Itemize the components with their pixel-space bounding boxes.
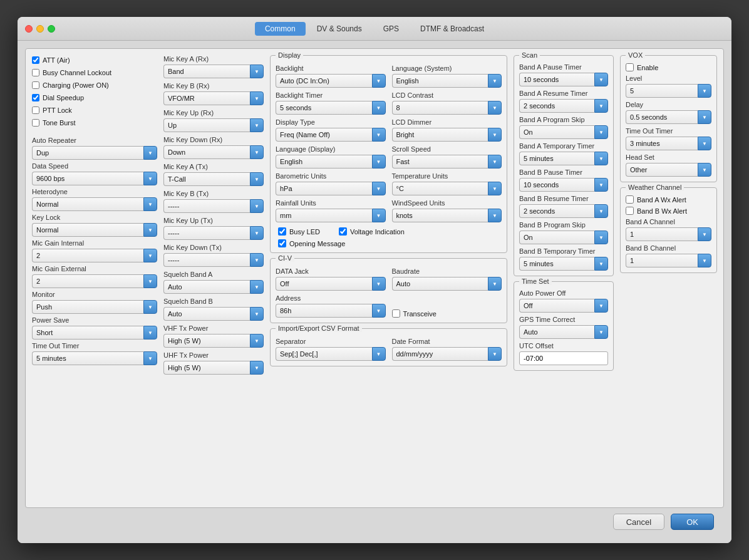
lcd-dimmer-arrow[interactable]	[488, 128, 502, 142]
band-a-channel-value: 1	[626, 227, 698, 241]
lcd-contrast-arrow[interactable]	[488, 101, 502, 115]
mic-key-up-rx-arrow[interactable]	[250, 118, 264, 132]
vox-time-out-arrow[interactable]	[698, 137, 711, 150]
display-type-arrow[interactable]	[372, 128, 386, 142]
att-air-checkbox[interactable]	[32, 56, 39, 64]
band-b-program-skip-arrow[interactable]	[594, 231, 608, 244]
tab-gps[interactable]: GPS	[373, 22, 409, 36]
band-a-resume-timer-arrow[interactable]	[594, 99, 608, 113]
mic-key-a-tx-value: T-Call	[163, 172, 250, 186]
monitor-arrow[interactable]	[143, 300, 157, 314]
squelch-band-a-label: Squelch Band A	[163, 271, 264, 278]
backlight-arrow[interactable]	[372, 74, 386, 88]
mic-key-a-rx-arrow[interactable]	[250, 65, 264, 78]
busy-channel-checkbox[interactable]	[32, 69, 39, 76]
ptt-lock-checkbox[interactable]	[32, 106, 39, 114]
ok-button[interactable]: OK	[671, 514, 714, 530]
tab-common[interactable]: Common	[255, 22, 306, 36]
band-b-channel-arrow[interactable]	[698, 254, 711, 267]
band-a-channel-arrow[interactable]	[698, 227, 711, 241]
opening-message-label: Opening Message	[289, 240, 345, 247]
mic-gain-internal-arrow[interactable]	[143, 249, 157, 262]
close-button[interactable]	[25, 25, 33, 33]
vox-delay-arrow[interactable]	[698, 110, 711, 124]
busy-led-checkbox[interactable]	[278, 227, 286, 236]
band-a-program-skip-arrow[interactable]	[594, 125, 608, 139]
opening-message-checkbox[interactable]	[278, 239, 286, 247]
dial-speedup-checkbox[interactable]	[32, 94, 39, 101]
head-set-arrow[interactable]	[698, 163, 711, 177]
band-b-resume-timer-arrow[interactable]	[594, 204, 608, 218]
utc-offset-input[interactable]	[519, 351, 608, 365]
monitor-group: Monitor Push	[32, 291, 157, 314]
band-b-wx-checkbox[interactable]	[626, 207, 634, 215]
windspeed-units-arrow[interactable]	[488, 209, 502, 222]
address-arrow[interactable]	[372, 304, 386, 318]
time-out-timer-arrow[interactable]	[143, 351, 157, 365]
vhf-tx-power-arrow[interactable]	[250, 334, 264, 348]
time-set-section: Time Set Auto Power Off Off GPS Time Cor…	[514, 281, 614, 371]
mic-gain-external-arrow[interactable]	[143, 274, 157, 288]
windspeed-units-group: WindSpeed Units knots	[392, 199, 502, 222]
band-a-program-skip-group: Band A Program Skip On	[519, 116, 608, 139]
squelch-band-a-arrow[interactable]	[250, 280, 264, 294]
backlight-group: Backlight Auto (DC In:On)	[276, 65, 386, 88]
data-jack-value: Off	[276, 277, 372, 291]
band-a-pause-timer-arrow[interactable]	[594, 73, 608, 86]
auto-repeater-arrow[interactable]	[143, 146, 157, 160]
power-save-arrow[interactable]	[143, 326, 157, 340]
barometric-units-arrow[interactable]	[372, 182, 386, 195]
dial-speedup-label: Dial Speedup	[43, 94, 84, 101]
band-b-temporary-timer-arrow[interactable]	[594, 257, 608, 271]
scroll-speed-arrow[interactable]	[488, 155, 502, 169]
scroll-speed-value: Fast	[392, 155, 488, 169]
transceive-checkbox[interactable]	[392, 309, 400, 318]
gps-time-correct-arrow[interactable]	[594, 325, 608, 339]
band-b-pause-timer-arrow[interactable]	[594, 178, 608, 192]
rainfall-units-arrow[interactable]	[372, 209, 386, 222]
gps-time-correct-label: GPS Time Correct	[519, 316, 608, 323]
auto-power-off-arrow[interactable]	[594, 299, 608, 313]
tab-dtmf[interactable]: DTMF & Broadcast	[410, 22, 494, 36]
mic-key-down-rx-arrow[interactable]	[250, 145, 264, 159]
cancel-button[interactable]: Cancel	[613, 514, 664, 530]
language-display-arrow[interactable]	[372, 155, 386, 169]
transceive-row: Transceive	[392, 309, 502, 318]
date-format-arrow[interactable]	[488, 347, 502, 361]
language-system-arrow[interactable]	[488, 74, 502, 88]
backlight-timer-arrow[interactable]	[372, 101, 386, 115]
temperature-units-arrow[interactable]	[488, 182, 502, 195]
mic-key-b-tx-label: Mic Key B (Tx)	[163, 190, 264, 197]
windspeed-units-label: WindSpeed Units	[392, 199, 502, 207]
baudrate-arrow[interactable]	[488, 277, 502, 291]
band-a-wx-checkbox[interactable]	[626, 195, 634, 204]
key-lock-arrow[interactable]	[143, 223, 157, 237]
mic-gain-internal-value: 2	[32, 249, 143, 262]
tone-burst-checkbox[interactable]	[32, 119, 39, 127]
mic-key-b-rx-arrow[interactable]	[250, 91, 264, 105]
tab-dv-sounds[interactable]: DV & Sounds	[307, 22, 372, 36]
squelch-band-b-arrow[interactable]	[250, 307, 264, 321]
vox-enable-checkbox[interactable]	[626, 63, 634, 71]
voltage-indication-checkbox[interactable]	[339, 227, 347, 236]
separator-arrow[interactable]	[372, 347, 386, 361]
minimize-button[interactable]	[36, 25, 44, 33]
uhf-tx-power-arrow[interactable]	[250, 361, 264, 375]
data-jack-arrow[interactable]	[372, 277, 386, 291]
mic-key-b-tx-arrow[interactable]	[250, 199, 264, 213]
mic-key-a-tx-arrow[interactable]	[250, 172, 264, 186]
band-a-temporary-timer-arrow[interactable]	[594, 152, 608, 165]
maximize-button[interactable]	[48, 25, 55, 33]
mic-key-up-tx-arrow[interactable]	[250, 226, 264, 240]
data-speed-arrow[interactable]	[143, 172, 157, 185]
mic-key-down-tx-arrow[interactable]	[250, 253, 264, 267]
vox-level-arrow[interactable]	[698, 84, 711, 98]
uhf-tx-power-group: UHF Tx Power High (5 W)	[163, 351, 264, 375]
heterodyne-arrow[interactable]	[143, 197, 157, 211]
scroll-speed-label: Scroll Speed	[392, 145, 502, 153]
date-format-label: Date Format	[392, 338, 502, 345]
display-type-group: Display Type Freq (Name Off)	[276, 118, 386, 142]
head-set-group: Head Set Other	[626, 153, 711, 177]
windspeed-units-value: knots	[392, 209, 488, 222]
charging-checkbox[interactable]	[32, 81, 39, 89]
